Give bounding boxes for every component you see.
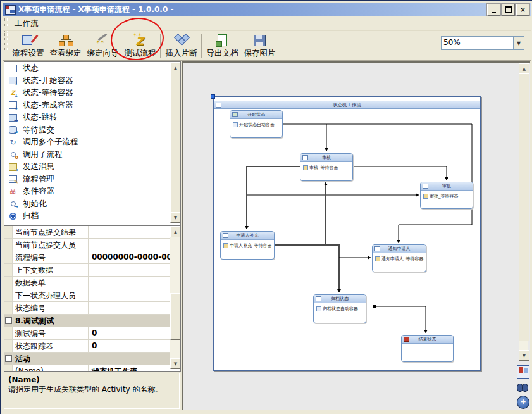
scroll-up-button[interactable]: ▲ — [170, 63, 181, 73]
scroll-up-button[interactable]: ▲ — [519, 63, 529, 74]
toolbar-grip[interactable] — [4, 31, 8, 51]
toolbar-separator — [201, 34, 202, 58]
process-settings-button[interactable]: 流程设置 — [9, 31, 47, 60]
property-category-debug-test[interactable]: −8.调试测试 — [4, 315, 180, 327]
find-icon[interactable] — [517, 381, 528, 393]
toolbox-item-condition-container[interactable]: 品条件容器 — [4, 185, 180, 198]
workflow-container-header[interactable]: 状态机工作流 — [214, 101, 480, 109]
property-row[interactable]: 状态跟踪器0 — [4, 340, 180, 353]
node-header[interactable]: 审批 — [421, 182, 473, 191]
toolbox-item-state-wait-container[interactable]: Z↓状态-等待容器 — [4, 87, 180, 99]
property-category-activity[interactable]: −活动 — [4, 353, 180, 365]
toolbox-item-initialize[interactable]: →初始化 — [4, 198, 180, 211]
property-row[interactable]: 流程编号00000000-0000-000 — [4, 251, 180, 264]
node-event-item[interactable]: 审批_等待容器 — [421, 191, 473, 199]
insert-fragment-button[interactable]: 插入片断 — [163, 31, 200, 60]
left-panel: 状态 ↓状态-开始容器 Z↓状态-等待容器 ↓状态-完成容器 →状态-跳转 ↵等… — [4, 61, 180, 410]
toolbox-item-state-jump[interactable]: →状态-跳转 — [4, 111, 180, 124]
node-header[interactable]: 申请人补充 — [221, 232, 274, 240]
property-grid: 当前节点提交结果 当前节点提交人员 流程编号00000000-0000-000 … — [4, 225, 181, 372]
node-header[interactable]: 审核 — [300, 154, 352, 162]
node-header[interactable]: 结束状态 — [402, 336, 453, 344]
scrollbar-thumb[interactable] — [519, 73, 529, 341]
node-header[interactable]: 归档状态 — [314, 295, 366, 303]
zoom-dropdown-button[interactable]: ▼ — [513, 37, 524, 49]
close-button[interactable]: × — [516, 4, 529, 16]
archive-icon — [8, 212, 18, 221]
zoom-combobox[interactable]: 50% ▼ — [441, 36, 524, 50]
propgrid-scrollbar[interactable]: ▲ ▼ — [170, 227, 180, 369]
diagram-node-notify-applicant[interactable]: 通知申请人 通知申请人_等待容器 — [372, 244, 426, 272]
toolbox-scrollbar[interactable]: ▲ ▼ — [170, 63, 180, 223]
property-row[interactable]: 下一状态办理人员 — [4, 289, 180, 302]
scroll-down-button[interactable]: ▼ — [519, 350, 529, 361]
property-row[interactable]: 当前节点提交人员 — [4, 239, 180, 251]
property-description-text: 请指定用于生成关联类型的 Activity 的名称。 — [8, 385, 175, 394]
scroll-down-button[interactable]: ▼ — [170, 358, 181, 369]
toolbox-item-archive[interactable]: 归档 — [4, 210, 180, 223]
app-icon — [5, 5, 16, 15]
property-row[interactable]: 测试编号0 — [4, 327, 180, 340]
canvas-scrollbar[interactable]: ▲ ▼ — [519, 63, 528, 361]
toolbox-item-call-multi-subprocess[interactable]: ↻调用多个子流程 — [4, 136, 180, 149]
process-settings-icon — [21, 34, 36, 47]
toolbox-item-state-finish-container[interactable]: ↓状态-完成容器 — [4, 99, 180, 112]
state-icon — [8, 64, 18, 73]
minimize-button[interactable] — [487, 4, 500, 16]
property-description-title: (Name) — [8, 375, 175, 384]
save-image-button[interactable]: 保存图片 — [241, 31, 278, 60]
test-process-button[interactable]: ✶✶Z 测试流程 — [121, 31, 159, 60]
diagram-canvas[interactable]: 状态机工作流 开始状态 开始状态自动容器 审核 审核_等待容器 审批 审批_等待… — [182, 61, 530, 410]
diagram-node-archive-state[interactable]: 归档状态 归档状态自动容器 — [313, 294, 366, 323]
node-event-item[interactable]: 开始状态自动容器 — [230, 119, 282, 128]
pan-icon[interactable]: + — [517, 396, 529, 409]
diagram-node-end-state[interactable]: 结束状态 — [401, 335, 454, 362]
property-row[interactable]: 数据表单 — [4, 277, 180, 289]
toolbox-item-wait-submit[interactable]: ↵等待提交 — [4, 124, 180, 137]
node-header[interactable]: 通知申请人 — [373, 245, 426, 253]
collapse-icon[interactable]: − — [5, 355, 12, 362]
binding-wizard-button[interactable]: ✶✶ 绑定向导 — [84, 31, 121, 60]
close-icon: × — [520, 6, 525, 13]
node-event-item[interactable]: 通知申请人_等待容器 — [373, 253, 426, 262]
toolbox-item-state-start-container[interactable]: ↓状态-开始容器 — [4, 75, 180, 87]
toolbox-item-state[interactable]: 状态 — [4, 62, 180, 75]
menu-grip[interactable] — [4, 18, 8, 28]
node-header[interactable]: 开始状态 — [230, 111, 282, 119]
minimize-icon — [492, 12, 496, 13]
diagram-node-applicant-supplement[interactable]: 申请人补充 申请人补充_等待容器 — [220, 231, 275, 260]
property-row[interactable]: 当前节点提交结果 — [4, 226, 180, 239]
node-event-item[interactable]: 审核_等待容器 — [300, 162, 352, 171]
chevron-down-icon: ▼ — [517, 41, 521, 46]
node-event-item[interactable]: 申请人补充_等待容器 — [221, 240, 274, 249]
title-bar[interactable]: X事项申请流程 - X事项申请流程 - 1.0.0.0 - × — [3, 3, 531, 16]
window-title: X事项申请流程 - X事项申请流程 - 1.0.0.0 - — [18, 4, 173, 15]
menu-workflow[interactable]: 工作流 — [9, 17, 44, 30]
node-event-item[interactable]: 归档状态自动容器 — [314, 303, 366, 312]
diagram-node-start-state[interactable]: 开始状态 开始状态自动容器 — [230, 110, 283, 138]
toolbox-item-process-manage[interactable]: ✎流程管理 — [4, 173, 180, 186]
diagram-node-review[interactable]: 审核 审核_等待容器 — [300, 153, 353, 181]
collapse-icon[interactable]: − — [5, 317, 12, 324]
property-row[interactable]: 上下文数据 — [4, 264, 180, 277]
scrollbar-thumb[interactable] — [170, 293, 181, 340]
state-start-container-icon: ↓ — [8, 76, 18, 85]
send-message-icon: → — [8, 163, 18, 172]
view-binding-button[interactable]: 查看绑定 — [47, 31, 84, 60]
scrollbar-thumb[interactable] — [170, 73, 181, 213]
scroll-down-button[interactable]: ▼ — [170, 212, 181, 223]
export-document-button[interactable]: 导出文档 — [204, 31, 241, 60]
diagram-node-approve[interactable]: 审批 审批_等待容器 — [420, 182, 473, 209]
toolbox-item-call-subprocess[interactable]: o调用子流程 — [4, 149, 180, 161]
scroll-up-button[interactable]: ▲ — [170, 227, 181, 237]
overview-icon[interactable] — [517, 365, 529, 379]
wait-container-icon — [303, 165, 308, 170]
toolbox-item-send-message[interactable]: →发送消息 — [4, 161, 180, 173]
menu-bar: 工作流 — [3, 16, 531, 31]
maximize-button[interactable] — [502, 4, 515, 16]
property-description-panel: (Name) 请指定用于生成关联类型的 Activity 的名称。 — [4, 373, 180, 409]
property-row[interactable]: (Name)状态机工作流 — [4, 365, 180, 372]
selection-handle[interactable] — [211, 94, 215, 99]
state-jump-icon: → — [8, 113, 18, 122]
property-row[interactable]: 状态编号 — [4, 302, 180, 315]
